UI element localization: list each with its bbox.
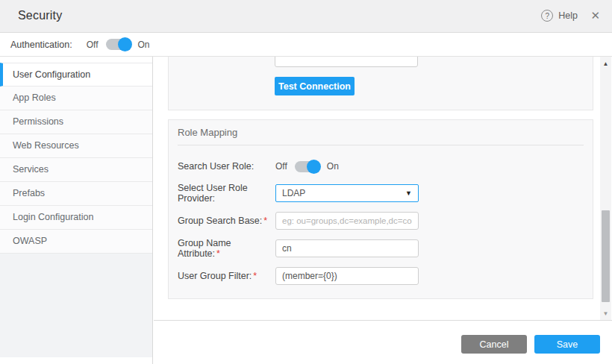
provider-row: Select User Role Provider: LDAP ▼ bbox=[178, 184, 584, 202]
vertical-scrollbar[interactable]: ▲ ▼ bbox=[600, 57, 611, 320]
connection-field-input[interactable] bbox=[275, 57, 418, 67]
group-search-base-row: Group Search Base:* bbox=[178, 212, 584, 230]
page-title: Security bbox=[18, 9, 62, 22]
search-user-role-label: Search User Role: bbox=[178, 161, 275, 172]
role-mapping-title: Role Mapping bbox=[178, 127, 237, 138]
search-user-role-row: Search User Role: Off On bbox=[178, 157, 584, 175]
sidebar-item-web-resources[interactable]: Web Resources bbox=[0, 134, 152, 158]
footer-bar: Cancel Save bbox=[154, 320, 612, 364]
authentication-off-label: Off bbox=[87, 40, 99, 50]
scrollbar-thumb[interactable] bbox=[602, 210, 610, 302]
sidebar-filler bbox=[0, 254, 152, 357]
close-icon[interactable]: ✕ bbox=[590, 9, 600, 22]
required-asterisk: * bbox=[263, 216, 267, 226]
cancel-button[interactable]: Cancel bbox=[461, 335, 527, 354]
scroll-down-icon[interactable]: ▼ bbox=[600, 308, 611, 318]
scroll-up-icon[interactable]: ▲ bbox=[600, 58, 611, 69]
authentication-on-label: On bbox=[138, 40, 150, 50]
sidebar-nav: User Configuration App Roles Permissions… bbox=[0, 63, 152, 254]
provider-label: Select User Role Provider: bbox=[178, 183, 275, 204]
chevron-down-icon: ▼ bbox=[405, 189, 412, 197]
user-group-filter-row: User Group Filter:* bbox=[178, 267, 584, 285]
sidebar-item-user-configuration[interactable]: User Configuration bbox=[0, 63, 152, 87]
toggle-knob bbox=[118, 37, 132, 51]
sidebar-item-app-roles[interactable]: App Roles bbox=[0, 87, 152, 110]
required-asterisk: * bbox=[216, 248, 220, 259]
user-group-filter-input[interactable] bbox=[275, 267, 419, 285]
sidebar-item-prefabs[interactable]: Prefabs bbox=[0, 182, 152, 206]
search-user-role-off-label: Off bbox=[275, 161, 287, 172]
user-group-filter-label: User Group Filter:* bbox=[178, 271, 275, 281]
authentication-label: Authentication: bbox=[10, 40, 72, 50]
sidebar-item-services[interactable]: Services bbox=[0, 158, 152, 182]
sidebar-item-login-configuration[interactable]: Login Configuration bbox=[0, 206, 152, 230]
test-connection-button[interactable]: Test Connection bbox=[275, 77, 355, 95]
group-name-attribute-row: Group Name Attribute:* bbox=[178, 239, 584, 257]
group-name-attribute-input[interactable] bbox=[275, 239, 419, 257]
security-dialog: Security ? Help ✕ Authentication: Off On… bbox=[0, 0, 612, 364]
help-link[interactable]: Help bbox=[558, 10, 578, 21]
group-search-base-input[interactable] bbox=[275, 212, 419, 230]
group-name-attribute-label: Group Name Attribute:* bbox=[178, 238, 275, 259]
window-header: Security ? Help ✕ bbox=[0, 0, 612, 33]
provider-selected-value: LDAP bbox=[282, 188, 305, 198]
sidebar-item-owasp[interactable]: OWASP bbox=[0, 230, 152, 254]
content-scroll-area: Test Connection Role Mapping Search User… bbox=[154, 57, 600, 320]
search-user-role-toggle[interactable] bbox=[295, 161, 319, 172]
save-button[interactable]: Save bbox=[534, 335, 600, 354]
authentication-bar: Authentication: Off On bbox=[0, 33, 612, 57]
group-search-base-label: Group Search Base:* bbox=[178, 216, 275, 226]
help-icon[interactable]: ? bbox=[541, 10, 553, 22]
sidebar-item-permissions[interactable]: Permissions bbox=[0, 110, 152, 134]
role-mapping-panel: Role Mapping Search User Role: Off On Se… bbox=[168, 119, 593, 299]
section-divider bbox=[178, 145, 584, 145]
search-user-role-on-label: On bbox=[327, 161, 339, 172]
authentication-toggle[interactable] bbox=[106, 39, 131, 50]
user-role-provider-select[interactable]: LDAP ▼ bbox=[275, 184, 419, 202]
required-asterisk: * bbox=[253, 271, 257, 281]
toggle-knob bbox=[307, 160, 321, 174]
sidebar: User Configuration App Roles Permissions… bbox=[0, 57, 153, 364]
